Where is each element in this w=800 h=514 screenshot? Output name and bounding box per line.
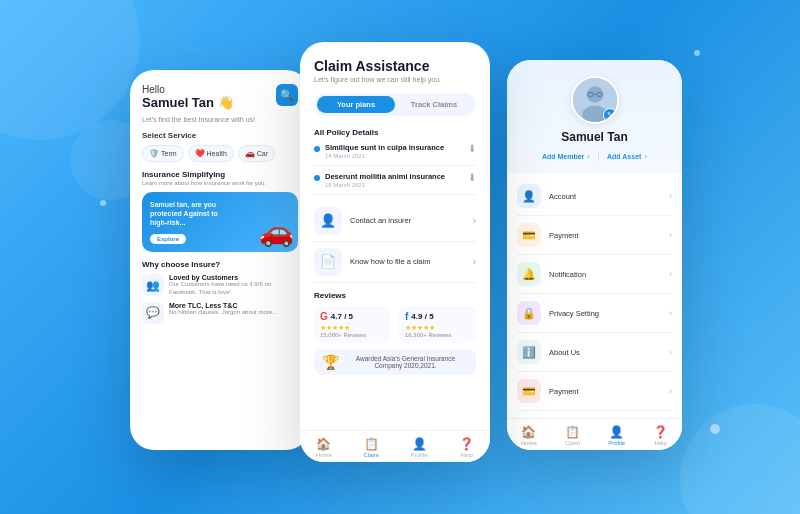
claim-title: Claim Assistance — [314, 58, 476, 74]
download-icon-2[interactable]: ⬇ — [468, 172, 476, 183]
nav-claim-label-middle: Claim — [364, 452, 379, 458]
avatar: ✎ — [571, 76, 619, 124]
nav-help-right[interactable]: ❓ Help — [653, 425, 668, 446]
why-title-1: Loved by Customers — [169, 274, 298, 281]
notification-chevron-icon: › — [669, 269, 672, 279]
add-member-arrow: › — [587, 152, 590, 161]
file-claim-icon-box: 📄 — [314, 248, 342, 276]
policy-dot-2 — [314, 175, 320, 181]
menu-privacy[interactable]: 🔒 Privacy Setting › — [517, 294, 672, 333]
add-member-btn[interactable]: Add Member › — [542, 152, 590, 161]
nav-home-label-middle: Home — [316, 452, 332, 458]
account-chevron-icon: › — [669, 191, 672, 201]
middle-phone: Claim Assistance Let's figure out how we… — [300, 42, 490, 462]
contact-label: Contact an insurer — [350, 216, 465, 225]
tab-track-claims[interactable]: Track Claims — [395, 96, 473, 113]
home-icon-right: 🏠 — [521, 425, 536, 439]
greeting-text: Hello — [142, 84, 234, 95]
facebook-stars: ★★★★★ — [405, 324, 470, 332]
privacy-chevron-icon: › — [669, 308, 672, 318]
account-label: Account — [549, 192, 661, 201]
policy-section-title: All Policy Details — [314, 128, 476, 137]
google-score: 4.7 / 5 — [331, 312, 353, 321]
nav-home-right[interactable]: 🏠 Home — [521, 425, 537, 446]
facebook-icon: f — [405, 311, 408, 322]
action-contact[interactable]: 👤 Contact an insurer › — [314, 201, 476, 242]
facebook-brand: f 4.9 / 5 — [405, 311, 470, 322]
award-icon: 🏆 — [322, 354, 339, 370]
policy-date-1: 14 March 2021 — [325, 153, 444, 159]
menu-payment[interactable]: 💳 Payment › — [517, 216, 672, 255]
award-text: Awarded Asia's General Insurance Company… — [343, 355, 468, 369]
payment2-label: Payment — [549, 387, 661, 396]
why-item-2: 💬 More TLC, Less T&C No hidden clauses. … — [142, 302, 298, 324]
profile-header: ✎ Samuel Tan Add Member › Add Asset › — [507, 60, 682, 173]
reviews-title: Reviews — [314, 291, 476, 300]
health-icon: ❤️ — [195, 149, 205, 158]
nav-profile-right[interactable]: 👤 Profile — [608, 425, 625, 446]
help-icon-right: ❓ — [653, 425, 668, 439]
menu-payment2[interactable]: 💳 Payment › — [517, 372, 672, 411]
contact-chevron-icon: › — [473, 215, 476, 226]
add-asset-btn[interactable]: Add Asset › — [607, 152, 647, 161]
nav-home-middle[interactable]: 🏠 Home — [316, 437, 332, 458]
payment-label: Payment — [549, 231, 661, 240]
home-icon-middle: 🏠 — [316, 437, 331, 451]
service-tab-car[interactable]: 🚗 Car — [238, 145, 275, 162]
menu-about[interactable]: ℹ️ About Us › — [517, 333, 672, 372]
insurance-simplifying-section: Insurance Simplifying Learn more about h… — [142, 170, 298, 186]
explore-button[interactable]: Explore — [150, 234, 186, 244]
nav-profile-label-middle: Profile — [411, 452, 428, 458]
service-tab-term[interactable]: 🛡️ Term — [142, 145, 184, 162]
profile-icon-right: 👤 — [609, 425, 624, 439]
tab-your-plans[interactable]: Your plans — [317, 96, 395, 113]
claim-icon-right: 📋 — [565, 425, 580, 439]
google-icon: G — [320, 311, 328, 322]
avatar-badge: ✎ — [603, 108, 617, 122]
add-asset-label: Add Asset — [607, 153, 641, 160]
policy-date-2: 18 March 2021 — [325, 182, 445, 188]
payment-chevron-icon: › — [669, 230, 672, 240]
nav-help-label-right: Help — [654, 440, 666, 446]
google-stars: ★★★★★ — [320, 324, 385, 332]
claim-subtitle: Let's figure out how we can still help y… — [314, 76, 476, 83]
left-phone: Hello Samuel Tan 👋 🔍 Let's find the best… — [130, 70, 310, 450]
service-tabs: 🛡️ Term ❤️ Health 🚗 Car — [142, 145, 298, 162]
file-claim-label: Know how to file a claim — [350, 257, 465, 266]
google-review-card: G 4.7 / 5 ★★★★★ 15,000+ Reviews — [314, 306, 391, 343]
menu-notification[interactable]: 🔔 Notification › — [517, 255, 672, 294]
promo-text: Samuel tan, are you protected Against to… — [150, 200, 230, 227]
bottom-nav-right: 🏠 Home 📋 Claim 👤 Profile ❓ Help — [507, 418, 682, 450]
privacy-label: Privacy Setting — [549, 309, 661, 318]
claim-icon-middle: 📋 — [364, 437, 379, 451]
nav-claim-right[interactable]: 📋 Claim — [565, 425, 580, 446]
payment2-chevron-icon: › — [669, 386, 672, 396]
policy-name-2: Deserunt mollitia animi insurance — [325, 172, 445, 182]
download-icon-1[interactable]: ⬇ — [468, 143, 476, 154]
policy-name-1: Similique sunt in culpa insurance — [325, 143, 444, 153]
term-icon: 🛡️ — [149, 149, 159, 158]
policy-dot-1 — [314, 146, 320, 152]
facebook-score: 4.9 / 5 — [411, 312, 433, 321]
select-service-label: Select Service — [142, 131, 298, 140]
why-title-2: More TLC, Less T&C — [169, 302, 277, 309]
google-brand: G 4.7 / 5 — [320, 311, 385, 322]
why-desc-1: Our Customers have rated us 4.9/5 on Fac… — [169, 281, 298, 297]
plan-tabs: Your plans Track Claims — [314, 93, 476, 116]
privacy-icon-box: 🔒 — [517, 301, 541, 325]
car-illustration: 🚗 — [259, 215, 294, 248]
nav-profile-middle[interactable]: 👤 Profile — [411, 437, 428, 458]
menu-account[interactable]: 👤 Account › — [517, 177, 672, 216]
profile-name: Samuel Tan — [561, 130, 627, 144]
nav-help-middle[interactable]: ❓ Help — [459, 437, 474, 458]
nav-claim-middle[interactable]: 📋 Claim — [364, 437, 379, 458]
service-tab-health[interactable]: ❤️ Health — [188, 145, 234, 162]
account-icon-box: 👤 — [517, 184, 541, 208]
payment-icon-box: 💳 — [517, 223, 541, 247]
payment2-icon-box: 💳 — [517, 379, 541, 403]
term-label: Term — [161, 150, 177, 157]
tlc-icon: 💬 — [142, 302, 164, 324]
action-file-claim[interactable]: 📄 Know how to file a claim › — [314, 242, 476, 283]
search-button-left[interactable]: 🔍 — [276, 84, 298, 106]
file-claim-chevron-icon: › — [473, 256, 476, 267]
